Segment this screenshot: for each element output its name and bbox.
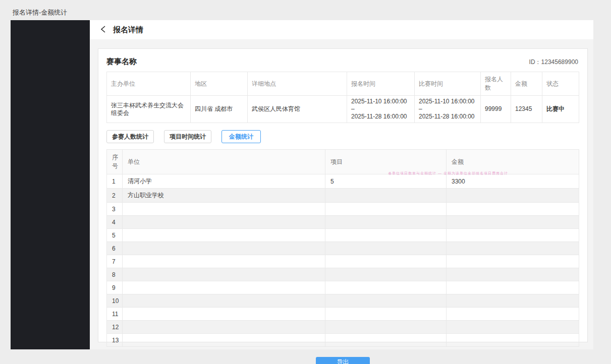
- project-cell: [325, 294, 447, 308]
- unit-cell: [123, 203, 325, 216]
- amount-cell: [447, 294, 579, 308]
- main-area: 报名详情 赛事名称 ID：12345689900 主办单位 地区 详细地点 报名…: [90, 20, 593, 349]
- amount-cell: 3300: [447, 174, 579, 189]
- amount-cell: [447, 255, 579, 268]
- sidebar: [11, 20, 90, 349]
- column-header: 单位: [123, 150, 325, 174]
- amount-cell: [447, 216, 579, 229]
- table-row: 9: [107, 281, 579, 294]
- row-index-cell: 3: [107, 203, 123, 216]
- chevron-left-icon: [100, 26, 106, 34]
- table-row: 11: [107, 308, 579, 321]
- project-cell: [325, 334, 447, 347]
- topbar: 报名详情: [90, 20, 593, 39]
- column-header: 金额: [511, 72, 542, 96]
- tab-participant-count-stats[interactable]: 参赛人数统计: [106, 130, 154, 143]
- status-badge: 比赛中: [542, 96, 579, 123]
- stats-header-row: 序号 单位 项目 金额: [107, 150, 579, 174]
- row-index-cell: 2: [107, 189, 123, 203]
- unit-cell: [123, 216, 325, 229]
- unit-cell: [123, 268, 325, 281]
- back-button[interactable]: [99, 25, 108, 34]
- stat-tabs: 参赛人数统计 项目时间统计 金额统计: [106, 130, 579, 143]
- match-time-cell: 2025-11-10 16:00:00 – 2025-11-28 16:00:0…: [415, 96, 481, 123]
- unit-cell: [123, 334, 325, 347]
- project-cell: 5: [325, 174, 447, 189]
- amount-cell: [447, 281, 579, 294]
- amount-cell: [447, 242, 579, 255]
- tab-project-time-stats[interactable]: 项目时间统计: [164, 130, 211, 143]
- amount-cell: [447, 308, 579, 321]
- table-row: 5: [107, 229, 579, 242]
- column-header: 序号: [107, 150, 123, 174]
- unit-cell: [123, 294, 325, 308]
- column-header: 报名人数: [481, 72, 511, 96]
- table-row: 10: [107, 294, 579, 308]
- row-index-cell: 1: [107, 174, 123, 189]
- project-cell: [325, 255, 447, 268]
- amount-stats-section: 序号 单位 项目 金额 1清河小学533002方山职业学校34567891011…: [106, 149, 579, 347]
- table-row: 3: [107, 203, 579, 216]
- row-index-cell: 11: [107, 308, 123, 321]
- table-row: 4: [107, 216, 579, 229]
- column-header: 报名时间: [347, 72, 415, 96]
- row-index-cell: 10: [107, 294, 123, 308]
- signup-time-cell: 2025-11-10 16:00:00 – 2025-11-28 16:00:0…: [347, 96, 415, 123]
- app-frame: 报名详情 赛事名称 ID：12345689900 主办单位 地区 详细地点 报名…: [11, 20, 593, 349]
- table-row: 12: [107, 321, 579, 334]
- project-cell: [325, 308, 447, 321]
- unit-cell: [123, 281, 325, 294]
- row-index-cell: 6: [107, 242, 123, 255]
- tab-amount-stats[interactable]: 金额统计: [221, 130, 261, 143]
- column-header: 比赛时间: [415, 72, 481, 96]
- project-cell: [325, 281, 447, 294]
- row-index-cell: 7: [107, 255, 123, 268]
- unit-cell: [123, 255, 325, 268]
- amount-cell: [447, 321, 579, 334]
- table-row: 7: [107, 255, 579, 268]
- table-row: 1清河小学53300: [107, 174, 579, 189]
- amount-cell: [447, 229, 579, 242]
- project-cell: [325, 216, 447, 229]
- table-row: 2方山职业学校: [107, 189, 579, 203]
- unit-cell: [123, 242, 325, 255]
- amount-cell: [447, 268, 579, 281]
- column-header: 主办单位: [107, 72, 191, 96]
- event-detail-card: 赛事名称 ID：12345689900 主办单位 地区 详细地点 报名时间 比赛…: [98, 48, 588, 342]
- event-data-row: 张三丰杯武术养生交流大会组委会 四川省 成都市 武侯区人民体育馆 2025-11…: [107, 96, 579, 123]
- venue-cell: 武侯区人民体育馆: [248, 96, 347, 123]
- region-cell: 四川省 成都市: [191, 96, 248, 123]
- column-header: 地区: [191, 72, 248, 96]
- export-row: 导出: [106, 357, 579, 364]
- project-cell: [325, 229, 447, 242]
- project-cell: [325, 242, 447, 255]
- column-header: 金额: [447, 150, 579, 174]
- event-name-title: 赛事名称: [106, 57, 137, 67]
- amount-cell: [447, 334, 579, 347]
- topbar-title: 报名详情: [113, 25, 143, 35]
- row-index-cell: 5: [107, 229, 123, 242]
- table-row: 13: [107, 334, 579, 347]
- project-cell: [325, 268, 447, 281]
- row-index-cell: 4: [107, 216, 123, 229]
- unit-cell: 清河小学: [123, 174, 325, 189]
- table-row: 8: [107, 268, 579, 281]
- unit-cell: [123, 229, 325, 242]
- amount-cell: [447, 189, 579, 203]
- project-cell: [325, 321, 447, 334]
- project-cell: [325, 189, 447, 203]
- unit-cell: 方山职业学校: [123, 189, 325, 203]
- unit-cell: [123, 321, 325, 334]
- row-index-cell: 12: [107, 321, 123, 334]
- amount-cell: [447, 203, 579, 216]
- project-cell: [325, 203, 447, 216]
- row-index-cell: 8: [107, 268, 123, 281]
- column-header: 详细地点: [248, 72, 347, 96]
- row-index-cell: 13: [107, 334, 123, 347]
- column-header: 状态: [542, 72, 579, 96]
- organizer-cell: 张三丰杯武术养生交流大会组委会: [107, 96, 191, 123]
- amount-stats-table: 序号 单位 项目 金额 1清河小学533002方山职业学校34567891011…: [106, 149, 579, 347]
- table-row: 6: [107, 242, 579, 255]
- page-title: 报名详情-金额统计: [13, 8, 67, 17]
- export-button[interactable]: 导出: [316, 357, 370, 364]
